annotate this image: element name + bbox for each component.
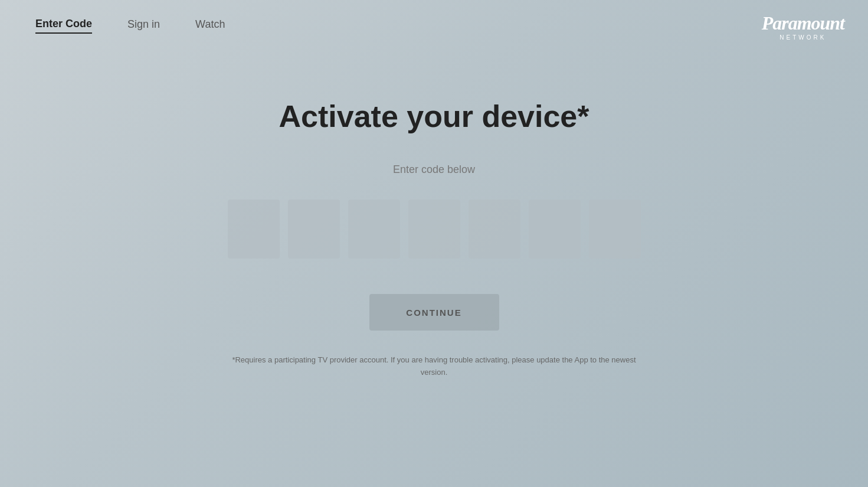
code-boxes (228, 200, 641, 259)
continue-button[interactable]: CONTINUE (369, 294, 499, 331)
code-box-7[interactable] (589, 200, 641, 259)
nav-enter-code[interactable]: Enter Code (35, 18, 92, 34)
navigation: Enter Code Sign in Watch (0, 0, 868, 51)
nav-links: Enter Code Sign in Watch (35, 18, 225, 34)
page-title: Activate your device* (279, 99, 589, 134)
logo-network: NETWORK (762, 34, 844, 41)
code-box-3[interactable] (348, 200, 400, 259)
logo: Paramount NETWORK (762, 12, 844, 41)
code-box-4[interactable] (408, 200, 460, 259)
code-box-1[interactable] (228, 200, 280, 259)
logo-text: Paramount NETWORK (762, 12, 844, 41)
code-box-6[interactable] (529, 200, 581, 259)
code-box-2[interactable] (288, 200, 340, 259)
logo-paramount: Paramount (762, 12, 844, 34)
code-subtitle: Enter code below (393, 164, 475, 176)
footnote: *Requires a participating TV provider ac… (222, 354, 647, 379)
main-content: Activate your device* Enter code below C… (0, 51, 868, 379)
nav-sign-in[interactable]: Sign in (127, 18, 160, 33)
code-box-5[interactable] (469, 200, 520, 259)
nav-watch[interactable]: Watch (195, 18, 225, 33)
